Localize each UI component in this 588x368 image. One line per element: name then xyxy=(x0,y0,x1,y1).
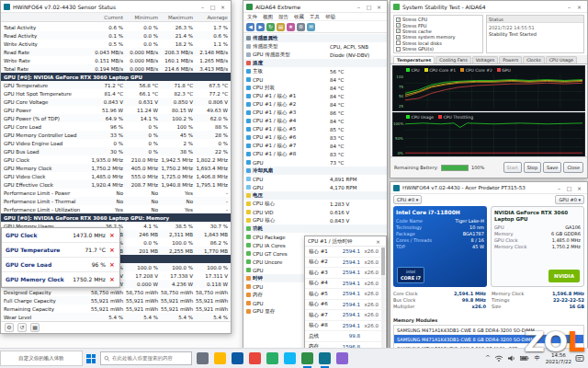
sensor-row[interactable]: Total Activity 0.6 % 0.0 % 26.3 % 1.7 % xyxy=(1,23,231,31)
toolbar-icon[interactable]: ★ xyxy=(287,23,295,31)
aida-sensor-row[interactable]: CPU #1 / 核心 #6 83 °C xyxy=(243,133,387,142)
footer-tool-icon[interactable]: ↺ xyxy=(17,323,27,332)
edge[interactable] xyxy=(232,352,243,364)
minimize-button[interactable]: – xyxy=(564,2,574,12)
remove-icon[interactable]: × xyxy=(108,261,116,269)
aida64[interactable] xyxy=(301,352,313,364)
graph-tab[interactable]: Clocks xyxy=(523,56,545,63)
maximize-button[interactable]: □ xyxy=(208,2,218,12)
sensor-row[interactable]: GPU Core Voltage 0.843 V 0.631 V 0.850 V… xyxy=(1,98,231,106)
aida-sensor-row[interactable]: 功耗 xyxy=(243,224,387,233)
menu-item[interactable]: 收藏 xyxy=(294,14,304,20)
aida64-titlebar[interactable]: AIDA64 Extreme – □ × xyxy=(243,1,387,13)
core-clock-row[interactable]: 核心 #6 2594.1 x26.0 xyxy=(305,300,386,311)
sensor-row[interactable]: GPU Effective Clock 1,920.4 MHz 208.7 MH… xyxy=(1,180,231,189)
sensor-row[interactable]: GPU Memory Controller Load 33 % 0 % 45 %… xyxy=(1,131,231,139)
aida-sensor-row[interactable]: CPU 封装 84 °C xyxy=(243,84,387,92)
sensor-row[interactable]: Read Activity 0.1 % 0.0 % 21.4 % 0.6 % xyxy=(1,31,231,40)
stress-checkbox[interactable]: Stress GPU(s) xyxy=(396,46,481,52)
aida-sensor-row[interactable]: 主板 56 °C xyxy=(243,67,387,75)
menu-item[interactable]: 帮助 xyxy=(325,14,335,20)
aida-sensor-row[interactable]: CPU 4,891 RPM xyxy=(243,175,387,183)
sensor-row[interactable]: GPU Video Engine Load 0 % 0 % 2 % 0 % xyxy=(1,139,231,147)
sensor-row[interactable]: Total Rate 0.194 MB/s 0.000 MB/s 214.6 M… xyxy=(1,64,231,73)
toolbar-icon[interactable]: ↻ xyxy=(266,23,275,31)
sensor-row[interactable]: GPU Power 51.96 W 11.24 W 80.15 W 49.63 … xyxy=(1,106,231,114)
core-clock-row[interactable]: 核心 #2 2594.1 x26.0 xyxy=(305,258,386,269)
menu-item[interactable]: 文件 xyxy=(247,14,257,20)
remove-icon[interactable]: × xyxy=(108,247,116,254)
aida-sensor-row[interactable]: CPU #1 / 核心 #7 84 °C xyxy=(243,142,387,150)
browser[interactable] xyxy=(249,352,261,364)
core-clock-row[interactable]: 核心 #5 2594.1 x26.0 xyxy=(305,289,386,300)
sensor-row[interactable]: GPU Power (% of TDP) 64.9 % 14.1 % 100.2… xyxy=(1,114,231,122)
start-button[interactable] xyxy=(86,354,96,363)
menu-item[interactable]: 视图 xyxy=(263,14,273,20)
sensor-row[interactable]: Designed Capacity 58,750 mWh 58,750 mWh … xyxy=(1,288,231,296)
menu-item[interactable]: 报告 xyxy=(278,14,288,20)
sensor-row[interactable]: Remaining Capacity 55,921 mWh 55,921 mWh… xyxy=(1,305,231,313)
aida-sensor-row[interactable]: GPU 传感器类型 Diode (NV-DBV) xyxy=(243,51,387,59)
sensor-row[interactable]: GPU [#0]: NVIDIA GeForce RTX 3060 Laptop… xyxy=(1,73,231,81)
toolbar-icon[interactable]: ◀ xyxy=(246,23,254,31)
aida-sensor-row[interactable]: GPU 4,170 RPM xyxy=(243,183,387,191)
aida-sensor-row[interactable]: 电压 xyxy=(243,191,387,200)
graph-tab[interactable]: Powers xyxy=(499,56,522,63)
remove-icon[interactable]: × xyxy=(108,276,116,283)
aida-sensor-row[interactable]: CPU #1 / 核心 #4 84 °C xyxy=(243,117,387,125)
test-control-button[interactable]: Stop xyxy=(524,162,541,173)
sensor-row[interactable]: GPU [#0]: NVIDIA GeForce RTX 3060 Laptop… xyxy=(1,213,231,222)
sensor-row[interactable]: GPU Hot Spot Temperature 81.4 °C 66.1 °C… xyxy=(1,89,231,98)
footer-tool-icon[interactable]: ⚙ xyxy=(5,323,14,332)
aida-sensor-row[interactable]: CPU #1 / 核心 #3 86 °C xyxy=(243,109,387,117)
toolbar-icon[interactable]: ▤ xyxy=(277,23,285,31)
toolbar-icon[interactable]: ⚙ xyxy=(297,23,305,31)
toolbar-icon[interactable]: ▶ xyxy=(256,23,265,31)
sensor-row[interactable]: Performance Limit - Thermal No No No - xyxy=(1,197,231,205)
aida-sensor-row[interactable]: GPU 73 °C xyxy=(243,158,387,167)
overlay-sensor-row[interactable]: GPU Clock 1473.0 MHz × xyxy=(2,228,119,243)
core-clock-row[interactable]: 核心 #4 2594.1 x26.0 xyxy=(305,279,386,290)
menu-item[interactable]: 工具 xyxy=(310,14,320,20)
remove-icon[interactable]: × xyxy=(108,232,116,239)
sensor-row[interactable]: Write Rate 0.151 MB/s 0.000 MB/s 160.1 M… xyxy=(1,56,231,64)
aida-sensor-row[interactable]: CPU VID 0.616 V xyxy=(243,208,387,216)
sensor-row[interactable]: GPU Bus Load 30 % 0 % 38 % 22 % xyxy=(1,147,231,155)
hwinfo-sensor-titlebar[interactable]: HWiNFO64 v7.02-4430 Sensor Status – □ × xyxy=(1,1,231,13)
maximize-button[interactable]: □ xyxy=(564,183,574,193)
aida-sensor-row[interactable]: 传感器属性 xyxy=(243,34,387,42)
sensor-row[interactable]: Performance Limit - Power No No Yes - xyxy=(1,189,231,197)
qq[interactable] xyxy=(284,352,296,364)
footer-tool-icon[interactable]: ▦ xyxy=(30,323,40,332)
tray-chevron-icon[interactable]: ^ xyxy=(485,354,491,362)
aida-sensor-row[interactable]: 传感器类型 CPU, ACPI, SNB xyxy=(243,42,387,51)
task-view[interactable] xyxy=(197,352,209,364)
core-clock-row[interactable]: 核心 #3 2594.1 x26.0 xyxy=(305,268,386,279)
test-control-button[interactable]: Save xyxy=(543,162,561,173)
sensor-row[interactable]: GPU Core Load 96 % 0 % 100 % 88 % xyxy=(1,122,231,131)
sensor-row[interactable]: GPU Clock 1,935.0 MHz 210.0 MHz 1,942.5 … xyxy=(1,155,231,164)
scrollbar[interactable] xyxy=(381,247,385,362)
test-control-button[interactable]: Close xyxy=(563,162,583,173)
core-clock-row[interactable]: 核心 #7 2594.1 x26.0 xyxy=(305,310,386,321)
wechat[interactable] xyxy=(266,352,278,364)
graph-tab[interactable]: Cooling Fans xyxy=(435,56,470,63)
sensor-row[interactable]: GPU Temperature 71.2 °C 56.8 °C 71.8 °C … xyxy=(1,81,231,89)
scrollbar-thumb[interactable] xyxy=(381,247,385,275)
overlay-sensor-row[interactable]: GPU Memory Clock 1750.2 MHz × xyxy=(2,272,119,287)
wifi-icon[interactable] xyxy=(494,354,503,362)
aida-sensor-row[interactable]: CPU #1 / 核心 #8 83 °C xyxy=(243,150,387,158)
overlay-sensor-row[interactable]: GPU Core Load 96 % × xyxy=(2,258,119,272)
core-clock-row[interactable]: 核心 #1 2594.1 x26.0 xyxy=(305,247,386,258)
volume-icon[interactable] xyxy=(507,354,516,362)
aida-sensor-row[interactable]: 温度 xyxy=(243,59,387,67)
toolbar-icon[interactable]: ✉ xyxy=(307,23,315,31)
close-button[interactable]: × xyxy=(373,237,383,246)
sensor-row[interactable]: GPU Memory Clock 1,750.2 MHz 405.0 MHz 1… xyxy=(1,164,231,172)
aida-sensor-row[interactable]: CPU #1 / 核心 #2 84 °C xyxy=(243,100,387,109)
graph-tab[interactable]: CPU Usage xyxy=(546,56,577,63)
aida-sensor-row[interactable]: GPU 核心 0.843 V xyxy=(243,216,387,224)
minimize-button[interactable]: – xyxy=(354,2,364,12)
maximize-button[interactable]: □ xyxy=(364,2,374,12)
stability-titlebar[interactable]: System Stability Test - AIDA64 – × xyxy=(390,1,587,13)
